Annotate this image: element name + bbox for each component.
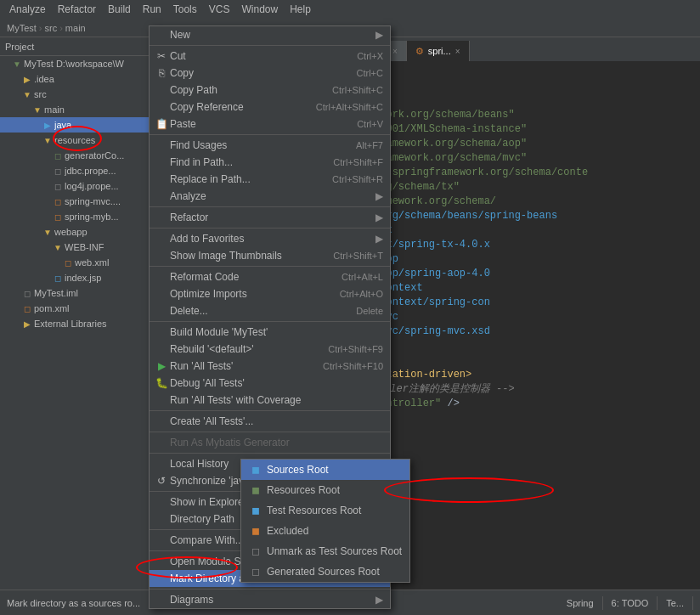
unmark-icon: ◻ (248, 544, 263, 559)
separator (150, 266, 390, 267)
tree-item-mytest-iml[interactable]: ◻ MyTest.iml (0, 285, 152, 301)
tab-spring-active[interactable]: ⚙ spri... × (407, 41, 470, 61)
status-tab-te[interactable]: Te... (658, 596, 693, 610)
tree-item-spring-mvc[interactable]: ◻ spring-mvc.... (0, 194, 152, 209)
menu-run[interactable]: Run (137, 2, 167, 17)
scissors-icon: ✂ (155, 49, 168, 63)
folder-icon: ▼ (41, 133, 54, 147)
arrow-icon: ▶ (375, 594, 383, 606)
mark-directory-submenu: ◼ Sources Root ◼ Resources Root ◼ Test R… (240, 459, 410, 583)
ctx-replace-path[interactable]: Replace in Path... Ctrl+Shift+R (150, 171, 390, 188)
tree-item-generatorco[interactable]: ◻ generatorCo... (0, 148, 152, 163)
tree-item-mytest[interactable]: ▼ MyTest D:\workspace\W (0, 56, 152, 71)
separator (150, 432, 390, 432)
submenu-resources-root[interactable]: ◼ Resources Root (241, 480, 409, 500)
menu-bar: Analyze Refactor Build Run Tools VCS Win… (0, 0, 700, 19)
breadcrumb-part-1[interactable]: src (45, 23, 58, 33)
ctx-find-usages[interactable]: Find Usages Alt+F7 (150, 137, 390, 154)
tree-item-idea[interactable]: ▶ .idea (0, 71, 152, 87)
ctx-reformat[interactable]: Reformat Code Ctrl+Alt+L (150, 268, 390, 285)
ctx-mybatis-gen: Run As Mybatis Generator (150, 434, 390, 451)
file-icon: ◻ (20, 286, 34, 300)
ctx-copy[interactable]: ⎘ Copy Ctrl+C (150, 65, 390, 82)
ctx-show-thumbnails[interactable]: Show Image Thumbnails Ctrl+Shift+T (150, 247, 390, 264)
ctx-build-module[interactable]: Build Module 'MyTest' (150, 324, 390, 341)
ctx-debug-tests[interactable]: 🐛 Debug 'All Tests' (150, 375, 390, 392)
ctx-find-path[interactable]: Find in Path... Ctrl+Shift+F (150, 154, 390, 171)
submenu-generated-sources[interactable]: ◻ Generated Sources Root (241, 561, 409, 582)
ctx-diagrams[interactable]: Diagrams ▶ (150, 591, 390, 608)
ctx-cut[interactable]: ✂ Cut Ctrl+X (150, 48, 390, 65)
separator (150, 321, 390, 322)
run-icon: ▶ (155, 359, 168, 373)
close-icon[interactable]: × (455, 47, 460, 56)
tree-item-main[interactable]: ▼ main (0, 102, 152, 117)
arrow-icon: ▶ (375, 212, 383, 223)
tree-item-src[interactable]: ▼ src (0, 87, 152, 102)
menu-window[interactable]: Window (235, 2, 284, 17)
ctx-delete[interactable]: Delete... Delete (150, 302, 390, 319)
test-resources-root-icon: ◼ (248, 503, 263, 518)
submenu-excluded[interactable]: ◼ Excluded (241, 521, 409, 541)
tree-item-resources[interactable]: ▼ resources (0, 133, 152, 148)
sync-icon: ↺ (155, 474, 168, 488)
separator (150, 410, 390, 411)
ctx-run-tests[interactable]: ▶ Run 'All Tests' Ctrl+Shift+F10 (150, 358, 390, 375)
tree-item-pomxml[interactable]: ◻ pom.xml (0, 301, 152, 316)
ctx-copy-path[interactable]: Copy Path Ctrl+Shift+C (150, 82, 390, 99)
ctx-copy-ref[interactable]: Copy Reference Ctrl+Alt+Shift+C (150, 99, 390, 116)
paste-icon: 📋 (155, 117, 168, 131)
menu-refactor[interactable]: Refactor (52, 2, 102, 17)
menu-tools[interactable]: Tools (167, 2, 203, 17)
resources-root-icon: ◼ (248, 482, 263, 498)
project-panel: Project ▼ MyTest D:\workspace\W ▶ .idea … (0, 37, 153, 590)
menu-vcs[interactable]: VCS (203, 2, 236, 17)
file-icon: ◻ (51, 149, 65, 162)
properties-icon: ◻ (51, 164, 65, 178)
breadcrumb-part-0[interactable]: MyTest (7, 23, 37, 33)
ctx-new[interactable]: New ▶ (150, 26, 390, 43)
debug-icon: 🐛 (155, 376, 168, 390)
folder-icon: ▼ (31, 103, 44, 116)
tree-item-webapp[interactable]: ▼ webapp (0, 224, 152, 240)
ctx-create-tests[interactable]: Create 'All Tests'... (150, 413, 390, 430)
ctx-run-coverage[interactable]: Run 'All Tests' with Coverage (150, 392, 390, 409)
arrow-icon: ▶ (375, 190, 383, 202)
menu-analyze[interactable]: Analyze (3, 2, 52, 17)
ctx-rebuild[interactable]: Rebuild '<default>' Ctrl+Shift+F9 (150, 341, 390, 358)
breadcrumb-part-2[interactable]: main (65, 23, 86, 33)
arrow-icon: ▶ (375, 233, 383, 245)
ctx-analyze[interactable]: Analyze ▶ (150, 188, 390, 205)
tree-item-indexjsp[interactable]: ◻ index.jsp (0, 270, 152, 285)
ctx-refactor[interactable]: Refactor ▶ (150, 209, 390, 226)
tree-item-webinf[interactable]: ▼ WEB-INF (0, 240, 152, 255)
jsp-icon: ◻ (51, 271, 65, 285)
tree-item-log4j[interactable]: ◻ log4j.prope... (0, 178, 152, 194)
ctx-add-favorites[interactable]: Add to Favorites ▶ (150, 230, 390, 247)
status-tab-todo[interactable]: 6: TODO (603, 596, 658, 610)
folder-icon: ▶ (20, 72, 34, 86)
close-icon[interactable]: × (392, 47, 398, 56)
ctx-optimize[interactable]: Optimize Imports Ctrl+Alt+O (150, 285, 390, 302)
submenu-sources-root[interactable]: ◼ Sources Root (241, 460, 409, 480)
tree-item-webxml[interactable]: ◻ web.xml (0, 255, 152, 270)
status-tab-spring[interactable]: Spring (558, 596, 603, 610)
status-tabs: Spring 6: TODO Te... (558, 596, 693, 610)
arrow-icon: ▶ (375, 29, 383, 41)
xml-icon: ⚙ (415, 46, 424, 57)
tree-item-jdbc[interactable]: ◻ jdbc.prope... (0, 163, 152, 178)
tree-item-external-libs[interactable]: ▶ External Libraries (0, 316, 152, 331)
tree-item-java[interactable]: ▶ java (0, 117, 152, 133)
properties-icon: ◻ (51, 179, 65, 193)
menu-help[interactable]: Help (284, 2, 317, 17)
ctx-paste[interactable]: 📋 Paste Ctrl+V (150, 116, 390, 133)
menu-build[interactable]: Build (102, 2, 137, 17)
separator (150, 228, 390, 229)
submenu-test-resources-root[interactable]: ◼ Test Resources Root (241, 500, 409, 521)
project-header: Project (0, 37, 152, 56)
submenu-unmark-test-sources[interactable]: ◻ Unmark as Test Sources Root (241, 541, 409, 561)
xml-icon: ◻ (51, 210, 65, 223)
tree-item-spring-myb[interactable]: ◻ spring-myb... (0, 209, 152, 224)
xml-icon: ◻ (20, 302, 34, 315)
separator (150, 206, 390, 207)
